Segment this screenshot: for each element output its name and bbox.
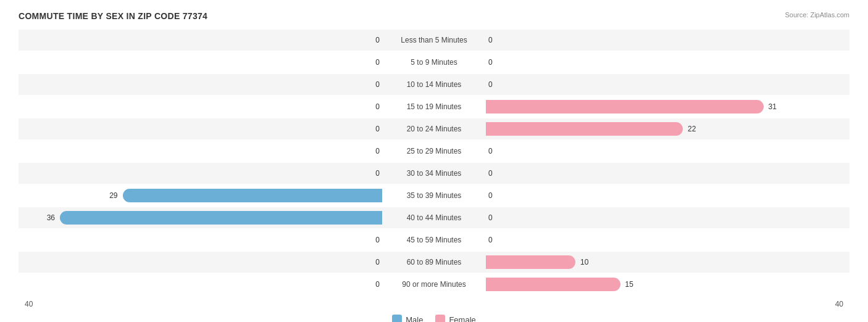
male-zero-label: 0 <box>375 147 380 155</box>
chart-row: 090 or more Minutes15 <box>19 274 849 295</box>
row-label: Less than 5 Minutes <box>385 36 483 44</box>
female-zero-label: 0 <box>488 36 493 44</box>
female-value-label: 22 <box>688 125 696 133</box>
female-zero-label: 0 <box>488 169 493 178</box>
male-label: Male <box>406 315 423 323</box>
chart-row: 05 to 9 Minutes0 <box>19 52 849 73</box>
male-zero-label: 0 <box>375 169 380 178</box>
left-section: 0 <box>19 252 385 273</box>
left-section: 36 <box>19 207 385 228</box>
right-section: 15 <box>483 274 849 295</box>
left-section: 0 <box>19 274 385 295</box>
row-label: 40 to 44 Minutes <box>385 213 483 222</box>
row-label: 60 to 89 Minutes <box>385 258 483 266</box>
row-label: 25 to 29 Minutes <box>385 147 483 155</box>
axis-left-label: 40 <box>19 300 385 308</box>
chart-row: 045 to 59 Minutes0 <box>19 229 849 250</box>
row-label: 5 to 9 Minutes <box>385 58 483 67</box>
row-label: 35 to 39 Minutes <box>385 191 483 200</box>
left-section: 0 <box>19 141 385 162</box>
left-section: 0 <box>19 118 385 139</box>
axis-row: 40 40 <box>19 300 849 308</box>
chart-row: 015 to 19 Minutes31 <box>19 96 849 117</box>
left-section: 0 <box>19 229 385 250</box>
chart-row: 3640 to 44 Minutes0 <box>19 207 849 228</box>
male-zero-label: 0 <box>375 102 380 111</box>
left-section: 0 <box>19 96 385 117</box>
chart-row: 030 to 34 Minutes0 <box>19 163 849 184</box>
female-value-label: 15 <box>625 280 633 289</box>
female-bar: 22 <box>486 122 683 136</box>
source-label: Source: ZipAtlas.com <box>785 11 849 19</box>
chart-container: COMMUTE TIME BY SEX IN ZIP CODE 77374 So… <box>0 0 868 322</box>
row-label: 30 to 34 Minutes <box>385 169 483 178</box>
male-zero-label: 0 <box>375 125 380 133</box>
right-section: 0 <box>483 141 849 162</box>
row-label: 15 to 19 Minutes <box>385 102 483 111</box>
axis-right-label: 40 <box>483 300 849 308</box>
female-zero-label: 0 <box>488 213 493 222</box>
right-section: 0 <box>483 185 849 206</box>
female-zero-label: 0 <box>488 147 493 155</box>
female-zero-label: 0 <box>488 236 493 244</box>
chart-row: 020 to 24 Minutes22 <box>19 118 849 139</box>
female-value-label: 10 <box>580 258 588 266</box>
right-section: 0 <box>483 229 849 250</box>
male-zero-label: 0 <box>375 280 380 289</box>
left-section: 0 <box>19 52 385 73</box>
right-section: 0 <box>483 30 849 51</box>
left-section: 0 <box>19 163 385 184</box>
chart-row: 0Less than 5 Minutes0 <box>19 30 849 51</box>
right-section: 22 <box>483 118 849 139</box>
right-section: 0 <box>483 74 849 95</box>
male-value-label: 36 <box>47 213 55 222</box>
left-section: 0 <box>19 30 385 51</box>
chart-row: 060 to 89 Minutes10 <box>19 252 849 273</box>
female-bar: 31 <box>486 100 764 114</box>
row-label: 20 to 24 Minutes <box>385 125 483 133</box>
female-zero-label: 0 <box>488 80 493 89</box>
male-zero-label: 0 <box>375 258 380 266</box>
legend-female: Female <box>435 315 475 322</box>
female-value-label: 31 <box>769 102 777 111</box>
right-section: 0 <box>483 163 849 184</box>
left-section: 0 <box>19 74 385 95</box>
male-zero-label: 0 <box>375 36 380 44</box>
male-bar: 29 <box>123 189 383 202</box>
chart-row: 025 to 29 Minutes0 <box>19 141 849 162</box>
right-section: 0 <box>483 207 849 228</box>
male-color-box <box>392 315 402 322</box>
female-color-box <box>435 315 445 322</box>
chart-title: COMMUTE TIME BY SEX IN ZIP CODE 77374 <box>19 11 849 21</box>
female-bar: 10 <box>486 255 575 269</box>
chart-row: 010 to 14 Minutes0 <box>19 74 849 95</box>
male-value-label: 29 <box>109 191 117 200</box>
row-label: 90 or more Minutes <box>385 280 483 289</box>
left-section: 29 <box>19 185 385 206</box>
row-label: 45 to 59 Minutes <box>385 236 483 244</box>
female-zero-label: 0 <box>488 191 493 200</box>
right-section: 10 <box>483 252 849 273</box>
male-zero-label: 0 <box>375 58 380 67</box>
male-bar: 36 <box>60 211 382 225</box>
chart-row: 2935 to 39 Minutes0 <box>19 185 849 206</box>
female-bar: 15 <box>486 278 620 291</box>
female-label: Female <box>449 315 475 323</box>
legend: Male Female <box>19 315 849 322</box>
chart-area: 0Less than 5 Minutes005 to 9 Minutes0010… <box>19 30 849 295</box>
right-section: 31 <box>483 96 849 117</box>
male-zero-label: 0 <box>375 236 380 244</box>
legend-male: Male <box>392 315 423 322</box>
right-section: 0 <box>483 52 849 73</box>
male-zero-label: 0 <box>375 80 380 89</box>
female-zero-label: 0 <box>488 58 493 67</box>
row-label: 10 to 14 Minutes <box>385 80 483 89</box>
